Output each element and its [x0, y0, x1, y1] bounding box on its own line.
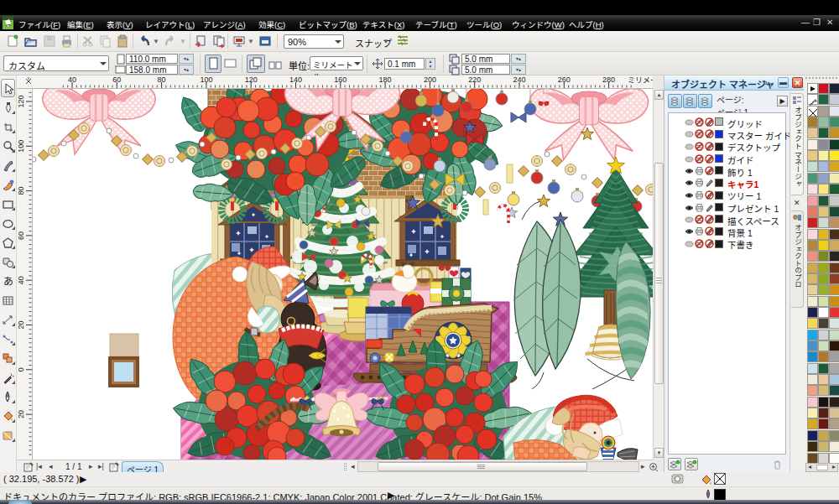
svg-text:100: 100	[200, 75, 212, 84]
svg-text:140: 140	[289, 75, 302, 84]
svg-text:あ: あ	[3, 276, 13, 288]
svg-text:0: 0	[17, 367, 25, 372]
svg-text:200: 200	[424, 75, 436, 84]
svg-text:80: 80	[17, 187, 25, 195]
svg-text:20: 20	[17, 410, 25, 418]
svg-text:220: 220	[468, 75, 481, 84]
svg-text:260: 260	[558, 75, 571, 84]
svg-text:100: 100	[17, 140, 25, 153]
svg-text:40: 40	[68, 75, 76, 84]
svg-text:60: 60	[112, 75, 121, 84]
svg-text:120: 120	[17, 95, 25, 107]
svg-text:20: 20	[17, 320, 25, 329]
svg-text:ミリメートル: ミリメートル	[628, 76, 653, 85]
svg-text:60: 60	[17, 231, 25, 240]
svg-text:120: 120	[245, 75, 258, 84]
svg-text:160: 160	[334, 75, 347, 84]
svg-text:280: 280	[602, 75, 615, 84]
svg-text:240: 240	[513, 75, 525, 84]
svg-text:80: 80	[158, 75, 166, 84]
svg-text:40: 40	[17, 276, 25, 284]
svg-text:180: 180	[379, 75, 392, 84]
